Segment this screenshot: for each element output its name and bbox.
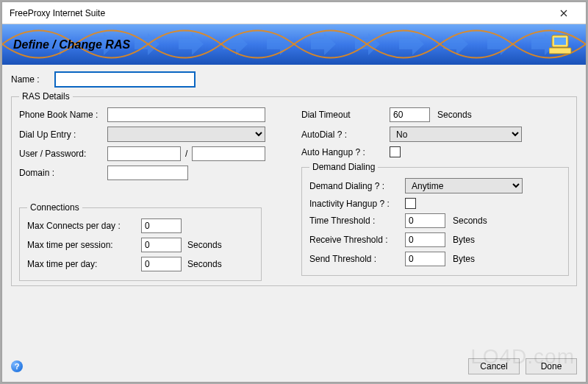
close-button[interactable] — [549, 3, 578, 24]
demand-legend: Demand Dialing — [309, 162, 378, 172]
titlebar: FreeProxy Internet Suite — [2, 2, 586, 24]
svg-rect-2 — [549, 48, 571, 54]
maxtimeday-label: Max time per day: — [27, 259, 141, 269]
maxsession-label: Max time per session: — [27, 240, 141, 250]
userpass-sep: / — [185, 149, 187, 159]
maxtimeday-unit: Seconds — [187, 259, 222, 269]
domain-label: Domain : — [19, 168, 107, 178]
ras-legend: RAS Details — [19, 91, 73, 102]
maxconn-label: Max Connects per day : — [27, 221, 141, 231]
demand-select[interactable]: Anytime — [405, 178, 523, 193]
timethresh-unit: Seconds — [453, 216, 487, 226]
dialog-window: FreeProxy Internet Suite Define / Change… — [1, 1, 587, 383]
maxsession-unit: Seconds — [187, 240, 222, 250]
user-input[interactable] — [107, 146, 181, 161]
dialtimeout-unit: Seconds — [437, 110, 472, 120]
window-title: FreeProxy Internet Suite — [10, 8, 105, 18]
ras-details-group: RAS Details Phone Book Name : Dial Up En… — [11, 91, 577, 286]
done-button[interactable]: Done — [526, 358, 577, 374]
timethresh-label: Time Threshold : — [309, 216, 405, 226]
recvthresh-label: Receive Threshold : — [309, 235, 405, 245]
sendthresh-input[interactable] — [405, 252, 445, 266]
maxsession-input[interactable] — [141, 238, 182, 252]
phonebook-input[interactable] — [107, 107, 265, 122]
sendthresh-unit: Bytes — [453, 254, 475, 264]
autodial-select[interactable]: No — [390, 127, 522, 142]
userpass-label: User / Password: — [19, 149, 107, 159]
autodial-label: AutoDial ? : — [301, 129, 390, 140]
maxconn-input[interactable] — [141, 218, 182, 233]
name-row: Name : — [11, 72, 577, 87]
maxtimeday-input[interactable] — [141, 257, 182, 271]
connections-group: Connections Max Connects per day : Max t… — [19, 202, 262, 281]
recvthresh-unit: Bytes — [453, 235, 475, 245]
domain-input[interactable] — [107, 166, 188, 180]
dialtimeout-label: Dial Timeout — [301, 110, 390, 120]
dialup-select[interactable] — [107, 127, 265, 142]
autohangup-label: Auto Hangup ? : — [301, 147, 390, 157]
sendthresh-label: Send Threshold : — [309, 254, 405, 264]
connections-legend: Connections — [27, 202, 82, 213]
phonebook-label: Phone Book Name : — [19, 110, 107, 120]
dialup-label: Dial Up Entry : — [19, 129, 107, 140]
demand-label: Demand Dialing ? : — [309, 181, 405, 191]
svg-rect-1 — [554, 38, 566, 45]
inactivity-label: Inactivity Hangup ? : — [309, 199, 405, 209]
timethresh-input[interactable] — [405, 213, 445, 228]
dialtimeout-input[interactable] — [390, 107, 430, 122]
cancel-button[interactable]: Cancel — [468, 358, 520, 374]
close-icon — [560, 10, 567, 17]
banner: Define / Change RAS — [2, 24, 586, 65]
demand-group: Demand Dialing Demand Dialing ? : Anytim… — [301, 162, 569, 276]
autohangup-checkbox[interactable] — [390, 146, 401, 157]
computer-icon — [549, 34, 576, 56]
name-label: Name : — [11, 74, 55, 85]
footer: ? Cancel Done — [2, 352, 586, 382]
help-icon[interactable]: ? — [11, 360, 23, 372]
banner-title: Define / Change RAS — [13, 38, 130, 51]
recvthresh-input[interactable] — [405, 232, 445, 247]
password-input[interactable] — [192, 146, 265, 161]
name-input[interactable] — [55, 72, 195, 87]
inactivity-checkbox[interactable] — [405, 198, 416, 209]
client-area: Name : RAS Details Phone Book Name : Dia… — [2, 65, 586, 382]
